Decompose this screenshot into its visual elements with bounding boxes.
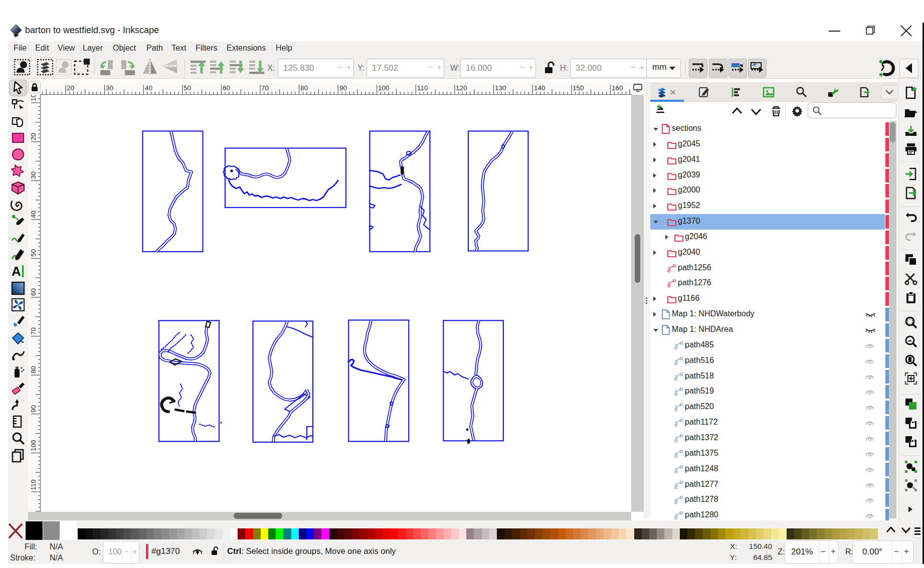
svg-text:130: 130: [495, 84, 506, 92]
svg-text:40: 40: [30, 211, 37, 218]
svg-text:100: 100: [378, 84, 390, 92]
svg-text:90: 90: [339, 84, 347, 92]
svg-text:80: 80: [30, 366, 37, 373]
svg-text:60: 60: [223, 84, 230, 92]
svg-text:90: 90: [30, 405, 37, 413]
svg-text:100: 100: [30, 440, 37, 451]
svg-text:50: 50: [30, 249, 37, 257]
svg-text:40: 40: [145, 84, 152, 92]
svg-text:160: 160: [612, 84, 623, 92]
svg-text:20: 20: [30, 133, 37, 140]
svg-text:20: 20: [67, 84, 74, 92]
svg-text:140: 140: [534, 84, 545, 92]
svg-text:70: 70: [30, 327, 37, 335]
svg-text:50: 50: [183, 84, 191, 92]
svg-text:150: 150: [573, 84, 584, 92]
svg-text:10: 10: [30, 95, 37, 101]
svg-text:110: 110: [30, 479, 37, 490]
svg-text:120: 120: [456, 84, 467, 92]
svg-text:110: 110: [417, 84, 428, 92]
svg-text:A: A: [12, 264, 21, 279]
svg-text:70: 70: [261, 84, 269, 92]
svg-text:30: 30: [106, 84, 113, 92]
svg-text:80: 80: [300, 84, 308, 92]
svg-text:60: 60: [30, 288, 37, 296]
svg-text:30: 30: [30, 171, 37, 179]
